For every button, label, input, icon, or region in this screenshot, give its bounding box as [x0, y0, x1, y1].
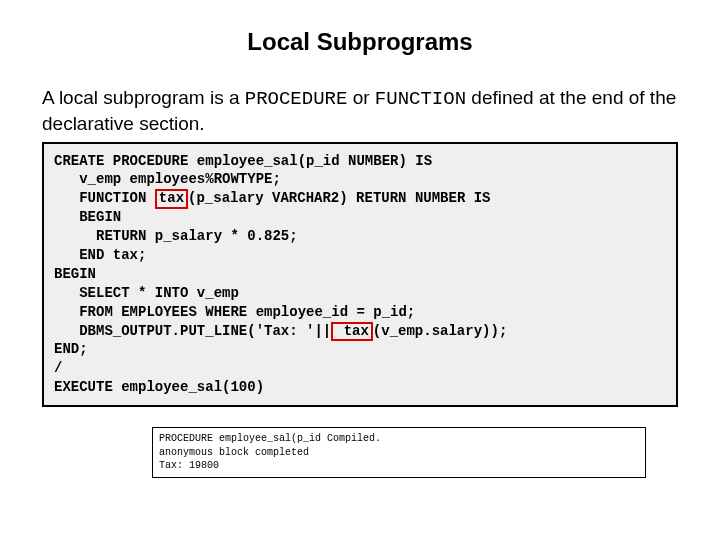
- output-line: Tax: 19800: [159, 460, 219, 471]
- code-line: SELECT * INTO v_emp: [54, 285, 239, 301]
- code-line: v_emp employees%ROWTYPE;: [54, 171, 281, 187]
- code-line: DBMS_OUTPUT.PUT_LINE('Tax: '||: [54, 323, 331, 339]
- code-line: RETURN p_salary * 0.825;: [54, 228, 298, 244]
- code-line: (v_emp.salary));: [373, 323, 507, 339]
- intro-part2: or: [347, 87, 374, 108]
- code-line: BEGIN: [54, 209, 121, 225]
- code-line: /: [54, 360, 62, 376]
- code-line: END tax;: [54, 247, 146, 263]
- code-line: (p_salary VARCHAR2) RETURN NUMBER IS: [188, 190, 490, 206]
- code-block: CREATE PROCEDURE employee_sal(p_id NUMBE…: [42, 142, 678, 408]
- intro-kw-function: FUNCTION: [375, 88, 466, 110]
- output-line: anonymous block completed: [159, 447, 309, 458]
- intro-text: A local subprogram is a PROCEDURE or FUN…: [42, 86, 678, 136]
- highlight-tax-def: tax: [155, 189, 188, 208]
- code-line: FROM EMPLOYEES WHERE employee_id = p_id;: [54, 304, 415, 320]
- page-title: Local Subprograms: [42, 28, 678, 56]
- code-line: FUNCTION: [54, 190, 155, 206]
- code-line: CREATE PROCEDURE employee_sal(p_id NUMBE…: [54, 153, 432, 169]
- intro-kw-procedure: PROCEDURE: [245, 88, 348, 110]
- output-block: PROCEDURE employee_sal(p_id Compiled. an…: [152, 427, 646, 478]
- output-line: PROCEDURE employee_sal(p_id Compiled.: [159, 433, 381, 444]
- code-line: BEGIN: [54, 266, 96, 282]
- code-line: END;: [54, 341, 88, 357]
- code-line: EXECUTE employee_sal(100): [54, 379, 264, 395]
- slide: Local Subprograms A local subprogram is …: [0, 0, 720, 540]
- intro-part1: A local subprogram is a: [42, 87, 245, 108]
- highlight-tax-call: tax: [331, 322, 373, 341]
